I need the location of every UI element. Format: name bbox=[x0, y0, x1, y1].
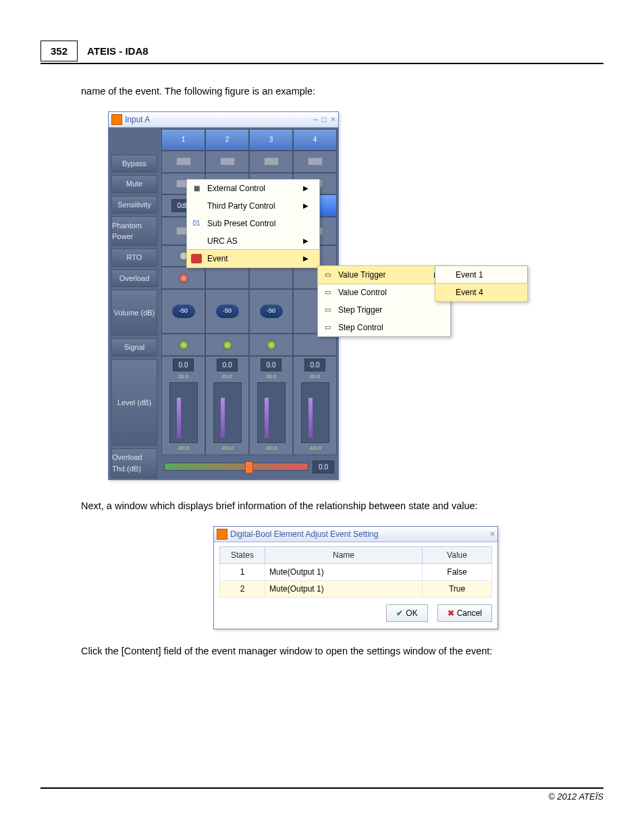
mi-event-1[interactable]: Event 1 bbox=[435, 266, 527, 284]
close-icon[interactable]: × bbox=[331, 113, 336, 126]
dialog-title: Digital-Bool Element Adjust Event Settin… bbox=[230, 528, 378, 540]
vol-1[interactable]: -50 bbox=[161, 289, 205, 334]
minimize-icon[interactable]: – bbox=[313, 113, 318, 126]
mi-step-control[interactable]: ▭Step Control bbox=[318, 319, 450, 336]
overload-3 bbox=[249, 267, 293, 288]
level-3[interactable]: 0.020.0-60.0 bbox=[249, 356, 293, 455]
intro-text: name of the event. The following figure … bbox=[81, 84, 603, 99]
mi-event[interactable]: Event▶ bbox=[186, 249, 320, 268]
mi-value-control[interactable]: ▭Value Control bbox=[318, 284, 450, 301]
bypass-2[interactable] bbox=[205, 151, 249, 172]
th-name[interactable]: Name bbox=[265, 546, 423, 563]
table-row[interactable]: 1 Mute(Output 1) False bbox=[220, 563, 492, 580]
vol-2[interactable]: -50 bbox=[205, 289, 249, 334]
mi-third-party-control[interactable]: Third Party Control▶ bbox=[187, 197, 319, 215]
overload-2 bbox=[205, 267, 249, 288]
row-phantom: Phantom Power bbox=[111, 216, 157, 246]
input-a-window: Input A – □ × Bypass Mute Sensitivity bbox=[108, 111, 339, 480]
mid-text: Next, a window which displays brief info… bbox=[81, 499, 603, 514]
row-overload: Overload bbox=[111, 269, 157, 288]
mi-step-trigger[interactable]: ▭Step Trigger bbox=[318, 301, 450, 319]
overload-thd-slider[interactable]: 0.0 bbox=[161, 455, 337, 477]
footer-copyright: © 2012 ATEÏS bbox=[41, 787, 603, 802]
row-level: Level (dB) bbox=[111, 359, 157, 446]
context-menu-event[interactable]: ▭Value Trigger▶ ▭Value Control ▭Step Tri… bbox=[317, 265, 451, 337]
row-overload-thd: Overload Thd.(dB) bbox=[111, 448, 157, 478]
mi-external-control[interactable]: ▦External Control▶ bbox=[187, 180, 319, 197]
page-header: 352 ATEIS - IDA8 bbox=[41, 41, 603, 64]
maximize-icon[interactable]: □ bbox=[322, 113, 327, 126]
level-4[interactable]: 0.020.0-60.0 bbox=[293, 356, 337, 455]
check-icon: ✔ bbox=[396, 607, 403, 619]
context-menu-main[interactable]: ▦External Control▶ Third Party Control▶ … bbox=[186, 179, 320, 268]
table-row[interactable]: 2 Mute(Output 1) True bbox=[220, 580, 492, 597]
context-menu-event-list[interactable]: Event 1 Event 4 bbox=[435, 265, 528, 302]
level-2[interactable]: 0.020.0-60.0 bbox=[205, 356, 249, 455]
th-states[interactable]: States bbox=[220, 546, 265, 563]
row-signal: Signal bbox=[111, 338, 157, 357]
ok-button[interactable]: ✔OK bbox=[386, 604, 427, 622]
states-table: States Name Value 1 Mute(Output 1) False… bbox=[219, 546, 492, 598]
mi-sub-preset-control[interactable]: 01Sub Preset Control bbox=[187, 215, 319, 232]
col-4: 4 bbox=[293, 129, 337, 151]
row-sensitivity: Sensitivity bbox=[111, 196, 157, 214]
mi-event-4[interactable]: Event 4 bbox=[435, 283, 528, 302]
close-icon[interactable]: × bbox=[490, 528, 495, 540]
app-icon bbox=[217, 529, 227, 540]
mi-urc-as[interactable]: URC AS▶ bbox=[187, 232, 319, 250]
overload-1 bbox=[161, 267, 205, 288]
th-value[interactable]: Value bbox=[423, 546, 492, 563]
mi-value-trigger[interactable]: ▭Value Trigger▶ bbox=[317, 265, 451, 284]
row-bypass: Bypass bbox=[111, 155, 157, 173]
signal-2 bbox=[205, 334, 249, 355]
titlebar[interactable]: Input A – □ × bbox=[109, 112, 338, 128]
signal-4 bbox=[293, 334, 337, 355]
vol-3[interactable]: -50 bbox=[249, 289, 293, 334]
event-setting-dialog: Digital-Bool Element Adjust Event Settin… bbox=[213, 526, 498, 629]
cancel-button[interactable]: ✖Cancel bbox=[437, 604, 492, 622]
row-mute: Mute bbox=[111, 175, 157, 193]
end-text: Click the [Content] field of the event m… bbox=[81, 644, 603, 659]
x-icon: ✖ bbox=[448, 607, 454, 619]
bypass-4[interactable] bbox=[293, 151, 337, 172]
signal-1 bbox=[161, 334, 205, 355]
dialog-titlebar[interactable]: Digital-Bool Element Adjust Event Settin… bbox=[214, 527, 498, 542]
overload-thd-value: 0.0 bbox=[313, 461, 334, 473]
row-rto: RTO bbox=[111, 249, 157, 267]
app-icon bbox=[111, 114, 122, 125]
bypass-3[interactable] bbox=[249, 151, 293, 172]
row-volume: Volume (dB) bbox=[111, 290, 157, 336]
bypass-1[interactable] bbox=[161, 151, 205, 172]
col-1: 1 bbox=[161, 129, 205, 151]
col-2: 2 bbox=[205, 129, 249, 151]
page-number: 352 bbox=[41, 41, 78, 61]
window-title: Input A bbox=[125, 113, 150, 126]
header-title: ATEIS - IDA8 bbox=[87, 45, 149, 57]
col-3: 3 bbox=[249, 129, 293, 151]
signal-3 bbox=[249, 334, 293, 355]
level-1[interactable]: 0.020.0-60.0 bbox=[161, 356, 205, 455]
